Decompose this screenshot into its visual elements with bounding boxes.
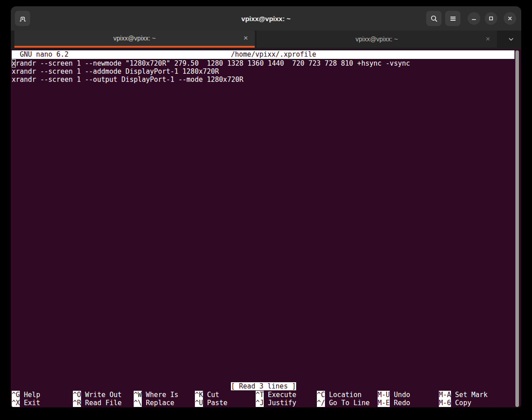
minimize-icon	[470, 15, 478, 22]
close-icon	[506, 15, 514, 22]
shortcut-where-is: ^WWhere Is	[134, 391, 178, 399]
tab-1-active[interactable]: vpixx@vpixx: ~ ×	[14, 31, 255, 48]
chevron-down-icon	[507, 35, 515, 45]
nano-titlebar: GNU nano 6.2 /home/vpixx/.xprofile	[12, 50, 514, 59]
nano-status-message: [ Read 3 lines ]	[231, 382, 296, 390]
text-cursor: x	[12, 59, 16, 67]
shortcut-undo: M-UUndo	[378, 391, 410, 399]
maximize-button[interactable]	[485, 12, 497, 25]
desktop-background: vpixx@vpixx: ~	[0, 0, 532, 420]
tab-2-inactive[interactable]: vpixx@vpixx: ~ ×	[257, 31, 497, 48]
buffer-line-1: xrandr --screen 1 --newmode "1280x720R" …	[12, 59, 410, 67]
shortcut-redo: M-ERedo	[378, 399, 410, 407]
terminal-window: vpixx@vpixx: ~	[11, 6, 521, 407]
shortcut-replace: ^\Replace	[134, 399, 174, 407]
buffer-line-1-text: randr --screen 1 --newmode "1280x720R" 2…	[16, 59, 410, 67]
shortcut-set-mark: M-ASet Mark	[439, 391, 487, 399]
titlebar[interactable]: vpixx@vpixx: ~	[11, 6, 521, 31]
shortcut-execute: ^TExecute	[256, 391, 296, 399]
shortcut-cut: ^KCut	[195, 391, 219, 399]
shortcut-exit: ^XExit	[12, 399, 40, 407]
shortcut-help: ^GHelp	[12, 391, 40, 399]
shortcut-justify: ^JJustify	[256, 399, 296, 407]
tab-2-label: vpixx@vpixx: ~	[356, 36, 398, 43]
tab-bar: vpixx@vpixx: ~ × vpixx@vpixx: ~ ×	[11, 31, 521, 49]
terminal-screen[interactable]: GNU nano 6.2 /home/vpixx/.xprofile xrand…	[11, 49, 521, 407]
hamburger-menu-icon	[449, 15, 457, 22]
scrollbar[interactable]	[515, 50, 519, 407]
new-tab-button[interactable]	[15, 11, 30, 26]
shortcut-paste: ^UPaste	[195, 399, 227, 407]
shortcut-write-out: ^OWrite Out	[73, 391, 122, 399]
window-title: vpixx@vpixx: ~	[241, 15, 290, 22]
close-button[interactable]	[504, 12, 516, 25]
new-tab-icon	[19, 15, 27, 22]
buffer-line-3: xrandr --screen 1 --output DisplayPort-1…	[12, 76, 243, 84]
tab-2-close-icon[interactable]: ×	[483, 34, 493, 44]
minimize-button[interactable]	[468, 12, 480, 25]
buffer-line-2: xrandr --screen 1 --addmode DisplayPort-…	[12, 67, 219, 76]
nano-version-label: GNU nano 6.2	[20, 50, 68, 58]
tab-list-dropdown-button[interactable]	[505, 35, 517, 45]
tab-1-label: vpixx@vpixx: ~	[113, 35, 156, 42]
nano-shortcuts-row-2: ^XExit ^RRead File ^\Replace ^UPaste ^JJ…	[11, 399, 521, 407]
nano-shortcuts-row-1: ^GHelp ^OWrite Out ^WWhere Is ^KCut ^TEx…	[11, 391, 521, 399]
search-button[interactable]	[426, 11, 442, 26]
shortcut-go-to-line: ^/Go To Line	[317, 399, 370, 407]
search-icon	[430, 15, 438, 22]
nano-file-path: /home/vpixx/.xprofile	[231, 50, 316, 58]
shortcut-read-file: ^RRead File	[73, 399, 122, 407]
menu-button[interactable]	[445, 11, 460, 26]
tab-1-close-icon[interactable]: ×	[241, 33, 251, 43]
shortcut-location: ^CLocation	[317, 391, 361, 399]
maximize-icon	[487, 15, 495, 22]
shortcut-copy: M-6Copy	[439, 399, 471, 407]
